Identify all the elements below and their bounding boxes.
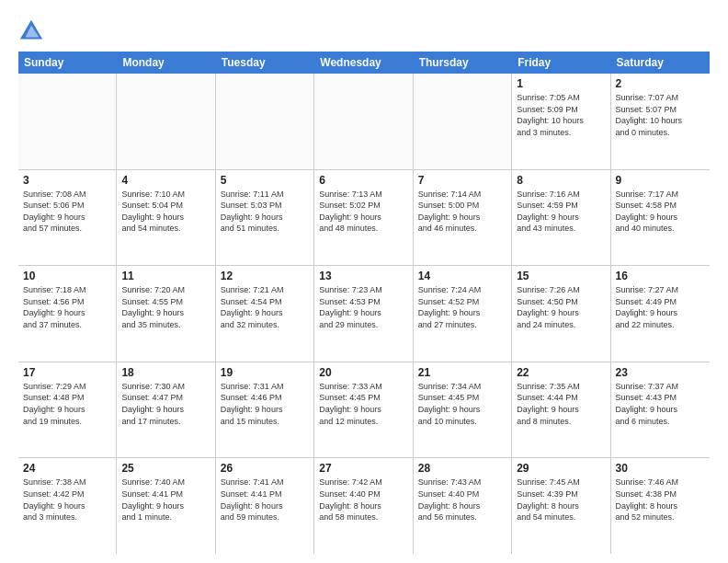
day-number: 9 bbox=[616, 174, 705, 187]
day-number: 12 bbox=[221, 270, 309, 282]
day-number: 19 bbox=[221, 366, 309, 379]
header-day-friday: Friday bbox=[512, 52, 610, 74]
cell-info: Sunrise: 7:35 AM Sunset: 4:44 PM Dayligh… bbox=[517, 381, 605, 427]
cell-info: Sunrise: 7:42 AM Sunset: 4:40 PM Dayligh… bbox=[319, 477, 407, 523]
cal-cell: 25Sunrise: 7:40 AM Sunset: 4:41 PM Dayli… bbox=[117, 458, 215, 554]
cal-cell bbox=[117, 74, 215, 169]
cell-info: Sunrise: 7:14 AM Sunset: 5:00 PM Dayligh… bbox=[418, 189, 506, 235]
day-number: 1 bbox=[517, 77, 605, 90]
cal-cell: 5Sunrise: 7:11 AM Sunset: 5:03 PM Daylig… bbox=[216, 170, 314, 266]
day-number: 21 bbox=[418, 366, 506, 379]
cal-cell: 8Sunrise: 7:16 AM Sunset: 4:59 PM Daylig… bbox=[512, 170, 610, 266]
page: SundayMondayTuesdayWednesdayThursdayFrid… bbox=[0, 0, 728, 563]
cal-cell: 9Sunrise: 7:17 AM Sunset: 4:58 PM Daylig… bbox=[611, 170, 710, 266]
cal-cell: 3Sunrise: 7:08 AM Sunset: 5:06 PM Daylig… bbox=[18, 170, 117, 266]
cal-cell: 12Sunrise: 7:21 AM Sunset: 4:54 PM Dayli… bbox=[216, 266, 314, 362]
week-row-3: 10Sunrise: 7:18 AM Sunset: 4:56 PM Dayli… bbox=[18, 266, 710, 362]
cal-cell: 27Sunrise: 7:42 AM Sunset: 4:40 PM Dayli… bbox=[314, 458, 413, 554]
cal-cell bbox=[216, 74, 314, 169]
cal-cell: 10Sunrise: 7:18 AM Sunset: 4:56 PM Dayli… bbox=[18, 266, 117, 362]
cell-info: Sunrise: 7:34 AM Sunset: 4:45 PM Dayligh… bbox=[418, 381, 506, 427]
day-number: 29 bbox=[517, 462, 605, 475]
day-number: 2 bbox=[616, 77, 705, 90]
cell-info: Sunrise: 7:38 AM Sunset: 4:42 PM Dayligh… bbox=[23, 477, 111, 523]
day-number: 24 bbox=[23, 462, 111, 475]
cal-cell: 16Sunrise: 7:27 AM Sunset: 4:49 PM Dayli… bbox=[611, 266, 710, 362]
header-day-sunday: Sunday bbox=[18, 52, 117, 74]
header-day-thursday: Thursday bbox=[414, 52, 512, 74]
day-number: 7 bbox=[418, 174, 506, 187]
calendar-header: SundayMondayTuesdayWednesdayThursdayFrid… bbox=[18, 52, 710, 74]
header-day-saturday: Saturday bbox=[611, 52, 710, 74]
week-row-2: 3Sunrise: 7:08 AM Sunset: 5:06 PM Daylig… bbox=[18, 170, 710, 267]
cal-cell bbox=[18, 74, 117, 169]
cal-cell: 2Sunrise: 7:07 AM Sunset: 5:07 PM Daylig… bbox=[611, 74, 710, 169]
cell-info: Sunrise: 7:26 AM Sunset: 4:50 PM Dayligh… bbox=[517, 284, 605, 330]
cal-cell: 30Sunrise: 7:46 AM Sunset: 4:38 PM Dayli… bbox=[611, 458, 710, 554]
cal-cell: 11Sunrise: 7:20 AM Sunset: 4:55 PM Dayli… bbox=[117, 266, 215, 362]
day-number: 3 bbox=[23, 174, 111, 187]
logo-icon bbox=[18, 18, 44, 44]
cal-cell bbox=[414, 74, 512, 169]
cell-info: Sunrise: 7:43 AM Sunset: 4:40 PM Dayligh… bbox=[418, 477, 506, 523]
header-day-tuesday: Tuesday bbox=[216, 52, 314, 74]
cell-info: Sunrise: 7:11 AM Sunset: 5:03 PM Dayligh… bbox=[221, 189, 309, 235]
cell-info: Sunrise: 7:10 AM Sunset: 5:04 PM Dayligh… bbox=[121, 189, 210, 235]
week-row-1: 1Sunrise: 7:05 AM Sunset: 5:09 PM Daylig… bbox=[18, 74, 710, 170]
cal-cell: 14Sunrise: 7:24 AM Sunset: 4:52 PM Dayli… bbox=[414, 266, 512, 362]
day-number: 20 bbox=[319, 366, 407, 379]
cal-cell: 19Sunrise: 7:31 AM Sunset: 4:46 PM Dayli… bbox=[216, 362, 314, 458]
day-number: 13 bbox=[319, 270, 407, 282]
day-number: 5 bbox=[221, 174, 309, 187]
cell-info: Sunrise: 7:29 AM Sunset: 4:48 PM Dayligh… bbox=[23, 381, 111, 427]
cell-info: Sunrise: 7:45 AM Sunset: 4:39 PM Dayligh… bbox=[517, 477, 605, 523]
cell-info: Sunrise: 7:08 AM Sunset: 5:06 PM Dayligh… bbox=[23, 189, 111, 235]
cal-cell: 24Sunrise: 7:38 AM Sunset: 4:42 PM Dayli… bbox=[18, 458, 117, 554]
cell-info: Sunrise: 7:41 AM Sunset: 4:41 PM Dayligh… bbox=[221, 477, 309, 523]
day-number: 10 bbox=[23, 270, 111, 282]
day-number: 14 bbox=[418, 270, 506, 282]
cal-cell: 18Sunrise: 7:30 AM Sunset: 4:47 PM Dayli… bbox=[117, 362, 215, 458]
day-number: 16 bbox=[616, 270, 705, 282]
week-row-5: 24Sunrise: 7:38 AM Sunset: 4:42 PM Dayli… bbox=[18, 458, 710, 554]
day-number: 8 bbox=[517, 174, 605, 187]
cal-cell: 22Sunrise: 7:35 AM Sunset: 4:44 PM Dayli… bbox=[512, 362, 610, 458]
cell-info: Sunrise: 7:31 AM Sunset: 4:46 PM Dayligh… bbox=[221, 381, 309, 427]
day-number: 27 bbox=[319, 462, 407, 475]
cell-info: Sunrise: 7:18 AM Sunset: 4:56 PM Dayligh… bbox=[23, 284, 111, 330]
cal-cell: 4Sunrise: 7:10 AM Sunset: 5:04 PM Daylig… bbox=[117, 170, 215, 266]
cal-cell: 26Sunrise: 7:41 AM Sunset: 4:41 PM Dayli… bbox=[216, 458, 314, 554]
cell-info: Sunrise: 7:16 AM Sunset: 4:59 PM Dayligh… bbox=[517, 189, 605, 235]
cell-info: Sunrise: 7:07 AM Sunset: 5:07 PM Dayligh… bbox=[616, 92, 705, 138]
header-day-wednesday: Wednesday bbox=[314, 52, 413, 74]
cell-info: Sunrise: 7:33 AM Sunset: 4:45 PM Dayligh… bbox=[319, 381, 407, 427]
cal-cell: 17Sunrise: 7:29 AM Sunset: 4:48 PM Dayli… bbox=[18, 362, 117, 458]
calendar-body: 1Sunrise: 7:05 AM Sunset: 5:09 PM Daylig… bbox=[18, 74, 710, 554]
cell-info: Sunrise: 7:13 AM Sunset: 5:02 PM Dayligh… bbox=[319, 189, 407, 235]
cal-cell: 6Sunrise: 7:13 AM Sunset: 5:02 PM Daylig… bbox=[314, 170, 413, 266]
cell-info: Sunrise: 7:27 AM Sunset: 4:49 PM Dayligh… bbox=[616, 284, 705, 330]
day-number: 22 bbox=[517, 366, 605, 379]
cell-info: Sunrise: 7:05 AM Sunset: 5:09 PM Dayligh… bbox=[517, 92, 605, 138]
day-number: 11 bbox=[121, 270, 210, 282]
day-number: 26 bbox=[221, 462, 309, 475]
day-number: 23 bbox=[616, 366, 705, 379]
cal-cell: 1Sunrise: 7:05 AM Sunset: 5:09 PM Daylig… bbox=[512, 74, 610, 169]
cal-cell: 28Sunrise: 7:43 AM Sunset: 4:40 PM Dayli… bbox=[414, 458, 512, 554]
cal-cell: 15Sunrise: 7:26 AM Sunset: 4:50 PM Dayli… bbox=[512, 266, 610, 362]
cal-cell: 13Sunrise: 7:23 AM Sunset: 4:53 PM Dayli… bbox=[314, 266, 413, 362]
cal-cell: 23Sunrise: 7:37 AM Sunset: 4:43 PM Dayli… bbox=[611, 362, 710, 458]
day-number: 18 bbox=[121, 366, 210, 379]
cell-info: Sunrise: 7:37 AM Sunset: 4:43 PM Dayligh… bbox=[616, 381, 705, 427]
cal-cell bbox=[314, 74, 413, 169]
cell-info: Sunrise: 7:17 AM Sunset: 4:58 PM Dayligh… bbox=[616, 189, 705, 235]
day-number: 25 bbox=[121, 462, 210, 475]
cell-info: Sunrise: 7:24 AM Sunset: 4:52 PM Dayligh… bbox=[418, 284, 506, 330]
cal-cell: 29Sunrise: 7:45 AM Sunset: 4:39 PM Dayli… bbox=[512, 458, 610, 554]
header-day-monday: Monday bbox=[117, 52, 215, 74]
cell-info: Sunrise: 7:46 AM Sunset: 4:38 PM Dayligh… bbox=[616, 477, 705, 523]
day-number: 28 bbox=[418, 462, 506, 475]
week-row-4: 17Sunrise: 7:29 AM Sunset: 4:48 PM Dayli… bbox=[18, 362, 710, 459]
cell-info: Sunrise: 7:30 AM Sunset: 4:47 PM Dayligh… bbox=[121, 381, 210, 427]
cell-info: Sunrise: 7:23 AM Sunset: 4:53 PM Dayligh… bbox=[319, 284, 407, 330]
